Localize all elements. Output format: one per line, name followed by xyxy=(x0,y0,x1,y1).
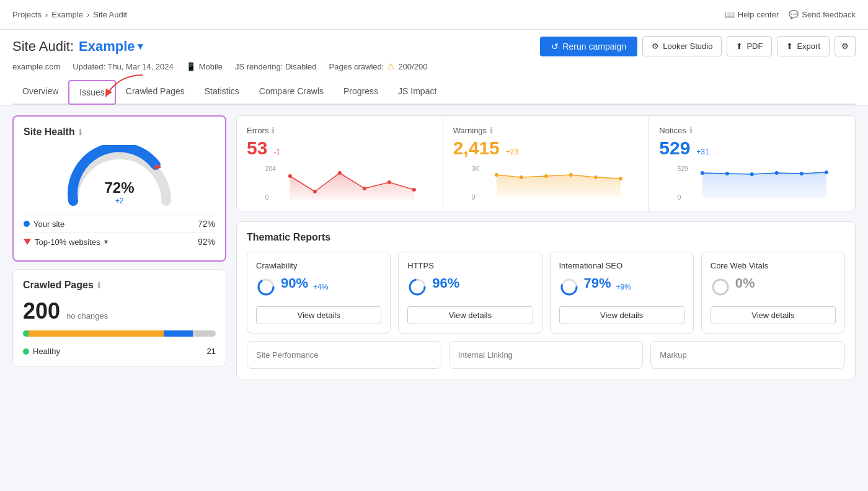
notices-info-icon[interactable]: ℹ xyxy=(689,126,693,135)
svg-point-14 xyxy=(520,175,523,179)
crawled-info-icon[interactable]: ℹ xyxy=(97,281,100,290)
svg-point-22 xyxy=(701,171,704,175)
intl-seo-view-details-button[interactable]: View details xyxy=(559,306,684,324)
svg-point-34 xyxy=(713,280,728,294)
site-name-dropdown[interactable]: Example ▾ xyxy=(79,38,143,55)
breadcrumb-sep2: › xyxy=(87,10,89,19)
crawlability-score-row: 90% +4% xyxy=(256,275,381,299)
refresh-icon: ↺ xyxy=(551,42,559,51)
stats-row: Errors ℹ 53 -1 204 xyxy=(236,115,856,211)
header-row1: Site Audit: Example ▾ ↺ Rerun campaign ⚙… xyxy=(12,36,856,56)
breadcrumb-example[interactable]: Example xyxy=(51,10,83,19)
svg-point-18 xyxy=(619,177,622,180)
top-actions: 📖 Help center 💬 Send feedback xyxy=(725,10,856,19)
top-bar: Projects › Example › Site Audit 📖 Help c… xyxy=(0,0,868,30)
svg-point-16 xyxy=(569,173,573,177)
svg-marker-12 xyxy=(497,175,621,198)
https-circle xyxy=(407,277,427,297)
errors-info-icon[interactable]: ℹ xyxy=(272,126,275,135)
cwv-circle xyxy=(711,277,730,297)
updated-label: Updated: Thu, Mar 14, 2024 xyxy=(73,62,173,71)
main-content: Site Health ℹ 72% xyxy=(0,105,868,389)
thematic-reports-section: Thematic Reports Crawlability 90% +4% Vi… xyxy=(236,221,856,379)
gauge-center-text: 72% +2 xyxy=(104,179,134,205)
warnings-label: Warnings ℹ xyxy=(453,126,639,135)
bottom-card-site-performance[interactable]: Site Performance xyxy=(247,341,441,369)
pages-crawled-label: Pages crawled: ⚠ 200/200 xyxy=(329,61,428,71)
tab-statistics[interactable]: Statistics xyxy=(195,80,249,105)
report-international-seo: International SEO 79% +9% View details xyxy=(550,252,694,334)
bottom-card-internal-linking[interactable]: Internal Linking xyxy=(449,341,644,369)
healthy-row: Healthy 21 xyxy=(23,343,216,356)
upload-icon: ⬆ xyxy=(736,42,743,51)
breadcrumb-page: Site Audit xyxy=(93,10,127,19)
tab-progress[interactable]: Progress xyxy=(334,80,388,105)
warnings-info-icon[interactable]: ℹ xyxy=(490,126,493,135)
intl-seo-circle xyxy=(559,277,579,297)
bar-blue xyxy=(164,330,193,337)
svg-point-13 xyxy=(495,173,498,177)
red-triangle xyxy=(24,239,31,245)
svg-point-7 xyxy=(363,187,366,190)
svg-point-9 xyxy=(412,188,416,192)
info-icon[interactable]: ℹ xyxy=(79,128,82,137)
top10-value: 92% xyxy=(198,237,215,247)
pdf-button[interactable]: ⬆ PDF xyxy=(727,36,772,56)
gauge-container: 72% +2 xyxy=(24,145,215,207)
warnings-chart: 3K 0 xyxy=(453,164,639,201)
tab-issues[interactable]: Issues xyxy=(68,80,115,105)
your-site-label: Your site xyxy=(24,219,64,229)
looker-icon: ⚙ xyxy=(652,42,659,51)
tab-js-impact[interactable]: JS Impact xyxy=(388,80,446,105)
site-health-title: Site Health ℹ xyxy=(24,126,215,138)
svg-text:529: 529 xyxy=(678,166,688,172)
mobile-icon: 📱 xyxy=(186,62,196,71)
svg-point-25 xyxy=(775,171,779,175)
feedback-icon: 💬 xyxy=(789,10,799,19)
export-button[interactable]: ⬆ Export xyxy=(777,36,830,56)
warnings-value-row: 2,415 +23 xyxy=(453,138,639,159)
settings-button[interactable]: ⚙ xyxy=(835,36,856,56)
breadcrumb: Projects › Example › Site Audit xyxy=(12,10,127,19)
left-panel: Site Health ℹ 72% xyxy=(12,115,226,379)
tab-compare-crawls[interactable]: Compare Crawls xyxy=(249,80,334,105)
crawled-progress-bar xyxy=(23,330,216,337)
top10-label: Top-10% websites ▾ xyxy=(24,237,108,247)
tab-crawled-pages[interactable]: Crawled Pages xyxy=(116,80,195,105)
gauge-change: +2 xyxy=(104,197,134,205)
cwv-score-row: 0% xyxy=(711,275,836,299)
green-dot xyxy=(23,348,29,355)
svg-point-4 xyxy=(288,174,292,178)
svg-text:204: 204 xyxy=(265,166,276,172)
notices-label: Notices ℹ xyxy=(659,126,845,135)
svg-marker-21 xyxy=(702,172,826,198)
svg-text:0: 0 xyxy=(265,194,269,201)
gauge-wrapper: 72% +2 xyxy=(64,145,175,207)
notices-card: Notices ℹ 529 +31 529 xyxy=(649,116,855,211)
svg-point-23 xyxy=(725,172,729,175)
notices-chart: 529 0 xyxy=(659,164,845,201)
cwv-view-details-button[interactable]: View details xyxy=(711,306,836,324)
rerun-campaign-button[interactable]: ↺ Rerun campaign xyxy=(540,37,637,56)
svg-point-15 xyxy=(544,174,548,178)
crawlability-circle xyxy=(256,277,276,297)
help-center-link[interactable]: 📖 Help center xyxy=(725,10,779,19)
chevron-down-icon-legend[interactable]: ▾ xyxy=(104,237,108,246)
top10-legend: Top-10% websites ▾ 92% xyxy=(24,232,215,250)
svg-point-17 xyxy=(594,175,598,179)
errors-chart: 204 0 xyxy=(247,164,433,201)
right-panel: Errors ℹ 53 -1 204 xyxy=(236,115,856,379)
report-crawlability: Crawlability 90% +4% View details xyxy=(247,252,391,334)
breadcrumb-projects[interactable]: Projects xyxy=(12,10,42,19)
bottom-card-markup[interactable]: Markup xyxy=(650,341,845,369)
device-label: 📱 Mobile xyxy=(186,62,223,71)
tab-overview[interactable]: Overview xyxy=(12,80,68,105)
https-view-details-button[interactable]: View details xyxy=(407,306,533,324)
https-score-row: 96% xyxy=(407,275,533,299)
send-feedback-link[interactable]: 💬 Send feedback xyxy=(789,10,856,19)
site-health-card: Site Health ℹ 72% xyxy=(12,115,226,262)
looker-studio-button[interactable]: ⚙ Looker Studio xyxy=(642,36,722,56)
bottom-row: Site Performance Internal Linking Markup xyxy=(247,341,845,369)
crawlability-view-details-button[interactable]: View details xyxy=(256,306,381,324)
nav-tabs: Overview Issues Crawled Pages Statistics… xyxy=(12,80,856,105)
